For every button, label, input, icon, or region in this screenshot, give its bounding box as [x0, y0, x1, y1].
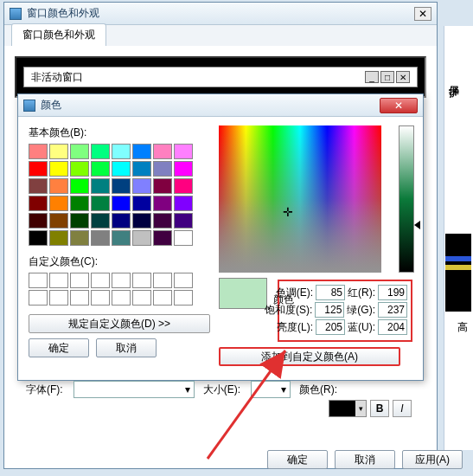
basic-swatch[interactable] [29, 178, 48, 194]
custom-swatch[interactable] [112, 273, 131, 288]
define-custom-button[interactable]: 规定自定义颜色(D) >> [29, 314, 210, 333]
custom-swatch[interactable] [49, 290, 68, 306]
custom-swatch[interactable] [91, 273, 110, 288]
basic-swatch[interactable] [174, 196, 193, 211]
luminance-slider[interactable] [399, 125, 414, 273]
custom-swatch[interactable] [132, 273, 151, 288]
basic-swatch[interactable] [70, 161, 89, 177]
blue-input[interactable] [378, 319, 407, 335]
custom-swatch[interactable] [153, 290, 172, 306]
green-input[interactable] [378, 302, 407, 318]
basic-swatch[interactable] [132, 144, 151, 159]
basic-swatch[interactable] [70, 213, 89, 228]
final-ok-button[interactable]: 确定 [267, 450, 328, 469]
basic-swatch[interactable] [29, 196, 48, 211]
minimize-icon[interactable]: _ [365, 71, 379, 83]
lum-input[interactable] [316, 319, 345, 335]
basic-swatch[interactable] [153, 196, 172, 211]
basic-swatch[interactable] [153, 213, 172, 228]
basic-swatch[interactable] [91, 213, 110, 228]
color-picker-button[interactable]: ▾ [329, 400, 367, 417]
custom-swatch[interactable] [49, 273, 68, 288]
tab-window-color[interactable]: 窗口颜色和外观 [11, 23, 106, 46]
basic-swatch[interactable] [49, 230, 68, 246]
red-input[interactable] [378, 285, 407, 300]
basic-swatch[interactable] [112, 213, 131, 228]
inactive-window-label: 非活动窗口 [31, 70, 83, 85]
basic-swatch[interactable] [132, 230, 151, 246]
basic-swatch[interactable] [29, 230, 48, 246]
custom-swatch[interactable] [70, 290, 89, 306]
basic-swatch[interactable] [49, 144, 68, 159]
basic-swatch[interactable] [174, 213, 193, 228]
basic-swatch[interactable] [49, 178, 68, 194]
basic-swatch[interactable] [29, 161, 48, 177]
custom-swatch[interactable] [132, 290, 151, 306]
basic-swatch[interactable] [70, 144, 89, 159]
cancel-button[interactable]: 取消 [96, 338, 157, 357]
basic-swatch[interactable] [70, 178, 89, 194]
basic-swatch[interactable] [49, 161, 68, 177]
sat-input[interactable] [315, 302, 344, 318]
custom-swatch[interactable] [70, 273, 89, 288]
basic-swatch[interactable] [49, 196, 68, 211]
basic-swatch[interactable] [132, 178, 151, 194]
basic-swatch[interactable] [112, 196, 131, 211]
color-spectrum[interactable]: ✛ [219, 125, 381, 273]
basic-swatch[interactable] [91, 196, 110, 211]
basic-swatch[interactable] [174, 230, 193, 246]
basic-swatch[interactable] [132, 213, 151, 228]
basic-swatch[interactable] [153, 161, 172, 177]
custom-swatch[interactable] [112, 290, 131, 306]
hue-label: 色调(E): [276, 286, 313, 300]
hue-input[interactable] [316, 285, 345, 300]
final-cancel-button[interactable]: 取消 [335, 450, 395, 469]
custom-swatch[interactable] [174, 290, 193, 306]
custom-swatch[interactable] [29, 273, 48, 288]
close-icon[interactable]: ✕ [414, 7, 431, 21]
basic-swatch[interactable] [112, 161, 131, 177]
custom-swatch[interactable] [91, 290, 110, 306]
crosshair-icon: ✛ [283, 205, 293, 219]
basic-swatch[interactable] [112, 144, 131, 159]
basic-swatch[interactable] [91, 161, 110, 177]
basic-swatch[interactable] [153, 144, 172, 159]
basic-swatch[interactable] [91, 144, 110, 159]
custom-swatch[interactable] [153, 273, 172, 288]
basic-swatch[interactable] [112, 230, 131, 246]
basic-swatch[interactable] [153, 178, 172, 194]
font-row: 字体(F): ▾ 大小(E): ▾ 颜色(R): [26, 381, 458, 398]
ok-button[interactable]: 确定 [29, 338, 89, 357]
final-apply-button[interactable]: 应用(A) [402, 450, 463, 469]
chevron-down-icon: ▾ [281, 383, 286, 396]
basic-swatch[interactable] [70, 230, 89, 246]
color-dialog: 颜色 ✕ 基本颜色(B): 自定义颜色(C): 规定自定义颜色(D) >> 确定… [17, 93, 424, 381]
basic-swatch[interactable] [70, 196, 89, 211]
add-to-custom-button[interactable]: 添加到自定义颜色(A) [219, 347, 400, 366]
basic-swatch[interactable] [174, 161, 193, 177]
custom-swatch[interactable] [29, 290, 48, 306]
basic-swatch[interactable] [29, 144, 48, 159]
red-label: 红(R): [348, 286, 375, 300]
bold-button[interactable]: B [370, 400, 389, 417]
size-combo[interactable]: ▾ [251, 381, 291, 398]
basic-swatch[interactable] [29, 213, 48, 228]
basic-swatch[interactable] [174, 144, 193, 159]
basic-swatch[interactable] [153, 230, 172, 246]
sat-label: 饱和度(S): [265, 303, 312, 318]
basic-swatch[interactable] [91, 178, 110, 194]
side-swatch-black [445, 234, 471, 312]
font-combo[interactable]: ▾ [74, 381, 195, 398]
close-button[interactable]: ✕ [380, 98, 418, 113]
basic-swatch[interactable] [132, 196, 151, 211]
close-icon[interactable]: ✕ [396, 71, 410, 83]
basic-swatch[interactable] [174, 178, 193, 194]
maximize-icon[interactable]: □ [380, 71, 394, 83]
custom-swatch[interactable] [174, 273, 193, 288]
basic-swatch[interactable] [91, 230, 110, 246]
basic-swatch[interactable] [49, 213, 68, 228]
basic-swatch[interactable] [112, 178, 131, 194]
italic-button[interactable]: I [393, 400, 412, 417]
basic-swatch[interactable] [132, 161, 151, 177]
luminance-pointer-icon [414, 221, 420, 229]
